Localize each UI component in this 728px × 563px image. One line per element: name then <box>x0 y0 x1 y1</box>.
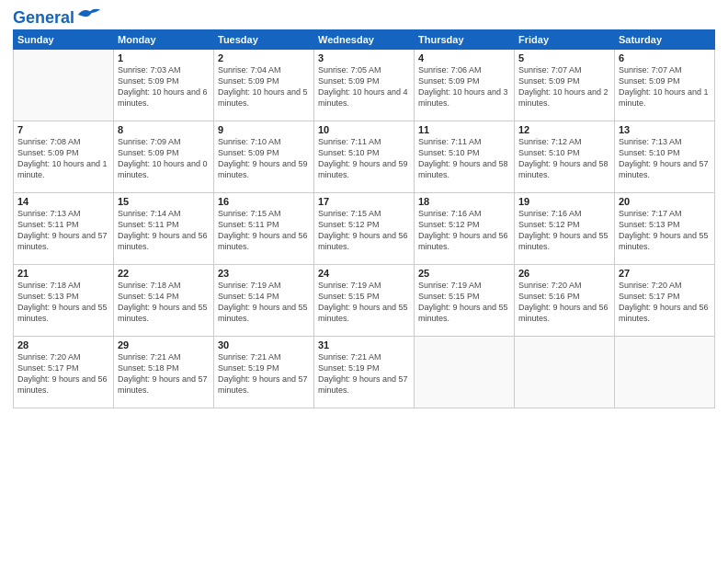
calendar-cell <box>515 337 615 408</box>
calendar-week-row: 28Sunrise: 7:20 AMSunset: 5:17 PMDayligh… <box>14 337 715 408</box>
calendar-table: SundayMondayTuesdayWednesdayThursdayFrid… <box>13 29 715 408</box>
day-number: 12 <box>518 124 610 135</box>
day-info: Sunrise: 7:15 AMSunset: 5:11 PMDaylight:… <box>218 208 310 253</box>
calendar-week-row: 7Sunrise: 7:08 AMSunset: 5:09 PMDaylight… <box>14 121 715 193</box>
day-info: Sunrise: 7:21 AMSunset: 5:18 PMDaylight:… <box>118 351 210 396</box>
day-number: 4 <box>418 52 510 63</box>
day-info: Sunrise: 7:11 AMSunset: 5:10 PMDaylight:… <box>418 136 510 181</box>
logo-text: General <box>13 9 74 26</box>
page-container: General SundayMondayTuesdayWednesdayThur… <box>0 0 728 563</box>
day-number: 10 <box>318 124 410 135</box>
calendar-cell: 11Sunrise: 7:11 AMSunset: 5:10 PMDayligh… <box>415 121 515 193</box>
day-info: Sunrise: 7:15 AMSunset: 5:12 PMDaylight:… <box>318 208 410 253</box>
day-number: 28 <box>17 339 109 350</box>
calendar-cell: 9Sunrise: 7:10 AMSunset: 5:09 PMDaylight… <box>214 121 314 193</box>
calendar-week-row: 14Sunrise: 7:13 AMSunset: 5:11 PMDayligh… <box>14 193 715 265</box>
calendar-cell <box>415 337 515 408</box>
header: General <box>13 9 715 22</box>
day-info: Sunrise: 7:07 AMSunset: 5:09 PMDaylight:… <box>518 64 610 109</box>
calendar-week-row: 1Sunrise: 7:03 AMSunset: 5:09 PMDaylight… <box>14 50 715 121</box>
day-number: 18 <box>418 196 510 207</box>
logo-bird-icon <box>76 6 102 22</box>
calendar-cell: 23Sunrise: 7:19 AMSunset: 5:14 PMDayligh… <box>214 265 314 337</box>
calendar-cell: 12Sunrise: 7:12 AMSunset: 5:10 PMDayligh… <box>515 121 615 193</box>
day-info: Sunrise: 7:07 AMSunset: 5:09 PMDaylight:… <box>619 64 711 109</box>
calendar-cell: 14Sunrise: 7:13 AMSunset: 5:11 PMDayligh… <box>14 193 114 265</box>
calendar-cell: 22Sunrise: 7:18 AMSunset: 5:14 PMDayligh… <box>114 265 214 337</box>
day-info: Sunrise: 7:04 AMSunset: 5:09 PMDaylight:… <box>218 64 310 109</box>
day-number: 17 <box>318 196 410 207</box>
calendar-cell: 1Sunrise: 7:03 AMSunset: 5:09 PMDaylight… <box>114 50 214 121</box>
day-info: Sunrise: 7:16 AMSunset: 5:12 PMDaylight:… <box>418 208 510 253</box>
weekday-header-tuesday: Tuesday <box>214 30 314 50</box>
day-number: 25 <box>418 268 510 279</box>
day-number: 20 <box>619 196 711 207</box>
day-info: Sunrise: 7:20 AMSunset: 5:17 PMDaylight:… <box>17 351 109 396</box>
calendar-cell: 6Sunrise: 7:07 AMSunset: 5:09 PMDaylight… <box>615 50 715 121</box>
calendar-cell: 15Sunrise: 7:14 AMSunset: 5:11 PMDayligh… <box>114 193 214 265</box>
day-number: 27 <box>619 268 711 279</box>
calendar-week-row: 21Sunrise: 7:18 AMSunset: 5:13 PMDayligh… <box>14 265 715 337</box>
day-info: Sunrise: 7:05 AMSunset: 5:09 PMDaylight:… <box>318 64 410 109</box>
day-number: 7 <box>17 124 109 135</box>
day-info: Sunrise: 7:19 AMSunset: 5:15 PMDaylight:… <box>418 280 510 325</box>
calendar-cell: 5Sunrise: 7:07 AMSunset: 5:09 PMDaylight… <box>515 50 615 121</box>
day-info: Sunrise: 7:08 AMSunset: 5:09 PMDaylight:… <box>17 136 109 181</box>
calendar-cell: 31Sunrise: 7:21 AMSunset: 5:19 PMDayligh… <box>314 337 415 408</box>
weekday-header-saturday: Saturday <box>615 30 715 50</box>
day-number: 26 <box>518 268 610 279</box>
day-info: Sunrise: 7:21 AMSunset: 5:19 PMDaylight:… <box>318 351 410 396</box>
day-number: 23 <box>218 268 310 279</box>
day-number: 15 <box>118 196 210 207</box>
day-info: Sunrise: 7:10 AMSunset: 5:09 PMDaylight:… <box>218 136 310 181</box>
day-number: 29 <box>118 339 210 350</box>
day-number: 30 <box>218 339 310 350</box>
day-number: 3 <box>318 52 410 63</box>
calendar-cell: 25Sunrise: 7:19 AMSunset: 5:15 PMDayligh… <box>415 265 515 337</box>
day-number: 2 <box>218 52 310 63</box>
day-number: 31 <box>318 339 410 350</box>
calendar-cell: 2Sunrise: 7:04 AMSunset: 5:09 PMDaylight… <box>214 50 314 121</box>
day-number: 24 <box>318 268 410 279</box>
calendar-cell: 21Sunrise: 7:18 AMSunset: 5:13 PMDayligh… <box>14 265 114 337</box>
calendar-cell: 28Sunrise: 7:20 AMSunset: 5:17 PMDayligh… <box>14 337 114 408</box>
day-info: Sunrise: 7:18 AMSunset: 5:14 PMDaylight:… <box>118 280 210 325</box>
weekday-header-monday: Monday <box>114 30 214 50</box>
calendar-cell: 7Sunrise: 7:08 AMSunset: 5:09 PMDaylight… <box>14 121 114 193</box>
day-info: Sunrise: 7:19 AMSunset: 5:15 PMDaylight:… <box>318 280 410 325</box>
calendar-cell: 19Sunrise: 7:16 AMSunset: 5:12 PMDayligh… <box>515 193 615 265</box>
calendar-cell: 30Sunrise: 7:21 AMSunset: 5:19 PMDayligh… <box>214 337 314 408</box>
day-number: 5 <box>518 52 610 63</box>
day-info: Sunrise: 7:16 AMSunset: 5:12 PMDaylight:… <box>518 208 610 253</box>
calendar-cell: 13Sunrise: 7:13 AMSunset: 5:10 PMDayligh… <box>615 121 715 193</box>
day-number: 13 <box>619 124 711 135</box>
calendar-cell: 10Sunrise: 7:11 AMSunset: 5:10 PMDayligh… <box>314 121 415 193</box>
day-number: 6 <box>619 52 711 63</box>
weekday-header-friday: Friday <box>515 30 615 50</box>
day-info: Sunrise: 7:03 AMSunset: 5:09 PMDaylight:… <box>118 64 210 109</box>
day-info: Sunrise: 7:18 AMSunset: 5:13 PMDaylight:… <box>17 280 109 325</box>
calendar-cell <box>615 337 715 408</box>
calendar-cell: 29Sunrise: 7:21 AMSunset: 5:18 PMDayligh… <box>114 337 214 408</box>
day-number: 11 <box>418 124 510 135</box>
calendar-cell <box>14 50 114 121</box>
day-number: 21 <box>17 268 109 279</box>
calendar-cell: 26Sunrise: 7:20 AMSunset: 5:16 PMDayligh… <box>515 265 615 337</box>
day-info: Sunrise: 7:21 AMSunset: 5:19 PMDaylight:… <box>218 351 310 396</box>
day-info: Sunrise: 7:11 AMSunset: 5:10 PMDaylight:… <box>318 136 410 181</box>
day-info: Sunrise: 7:17 AMSunset: 5:13 PMDaylight:… <box>619 208 711 253</box>
day-info: Sunrise: 7:13 AMSunset: 5:10 PMDaylight:… <box>619 136 711 181</box>
day-number: 22 <box>118 268 210 279</box>
calendar-cell: 24Sunrise: 7:19 AMSunset: 5:15 PMDayligh… <box>314 265 415 337</box>
weekday-header-sunday: Sunday <box>14 30 114 50</box>
calendar-cell: 20Sunrise: 7:17 AMSunset: 5:13 PMDayligh… <box>615 193 715 265</box>
day-info: Sunrise: 7:20 AMSunset: 5:17 PMDaylight:… <box>619 280 711 325</box>
day-info: Sunrise: 7:14 AMSunset: 5:11 PMDaylight:… <box>118 208 210 253</box>
day-info: Sunrise: 7:06 AMSunset: 5:09 PMDaylight:… <box>418 64 510 109</box>
weekday-header-thursday: Thursday <box>415 30 515 50</box>
calendar-cell: 27Sunrise: 7:20 AMSunset: 5:17 PMDayligh… <box>615 265 715 337</box>
day-info: Sunrise: 7:09 AMSunset: 5:09 PMDaylight:… <box>118 136 210 181</box>
logo: General <box>13 9 102 22</box>
calendar-cell: 3Sunrise: 7:05 AMSunset: 5:09 PMDaylight… <box>314 50 415 121</box>
day-number: 14 <box>17 196 109 207</box>
